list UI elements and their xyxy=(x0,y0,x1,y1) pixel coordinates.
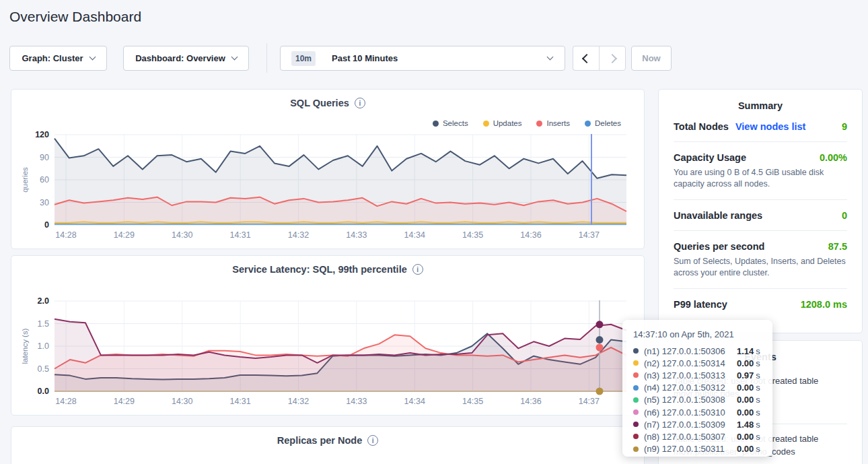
node-color-dot xyxy=(633,372,639,378)
tooltip-node-unit: s xyxy=(756,370,760,380)
svg-text:0: 0 xyxy=(44,220,49,230)
sql-queries-chart[interactable]: 030609012014:2814:2914:3014:3114:3214:33… xyxy=(11,90,645,250)
tooltip-node-address: (n1) 127.0.0.1:50306 xyxy=(644,346,737,356)
tooltip-node-row: (n7) 127.0.0.1:503091.48s xyxy=(633,418,766,430)
dashboard-label: Dashboard: Overview xyxy=(135,53,225,63)
tooltip-node-row: (n9) 127.0.0.1:503110.00s xyxy=(633,443,766,455)
time-range-badge: 10m xyxy=(291,51,316,66)
svg-text:14:28: 14:28 xyxy=(55,397,76,406)
node-color-dot xyxy=(633,422,639,427)
capacity-usage-value: 0.00% xyxy=(820,152,847,163)
node-color-dot xyxy=(633,434,639,439)
dashboard-dropdown[interactable]: Dashboard: Overview xyxy=(123,46,249,71)
capacity-usage-desc: You are using 0 B of 4.5 GiB usable disk… xyxy=(674,167,847,190)
tooltip-node-address: (n2) 127.0.0.1:50314 xyxy=(644,358,737,368)
p99-latency-label: P99 latency xyxy=(674,299,727,310)
svg-text:1.0: 1.0 xyxy=(38,341,49,351)
summary-row-queries-per-second: Queries per second 87.5 Sum of Selects, … xyxy=(674,231,847,289)
svg-text:90: 90 xyxy=(40,153,49,162)
summary-row-unavailable-ranges: Unavailable ranges 0 xyxy=(674,200,847,231)
tooltip-node-row: (n8) 127.0.0.1:503070.00s xyxy=(633,430,766,442)
tooltip-node-address: (n8) 127.0.0.1:50307 xyxy=(644,432,737,442)
tooltip-node-value: 1.14 xyxy=(737,346,754,356)
svg-text:120: 120 xyxy=(35,130,49,139)
chevron-right-icon xyxy=(608,53,617,63)
svg-text:14:35: 14:35 xyxy=(462,230,483,240)
tooltip-node-address: (n9) 127.0.0.1:50311 xyxy=(644,444,737,454)
svg-text:14:31: 14:31 xyxy=(229,397,250,406)
tooltip-node-unit: s xyxy=(756,358,760,368)
tooltip-node-address: (n5) 127.0.0.1:50308 xyxy=(644,395,737,405)
tooltip-node-value: 0.00 xyxy=(737,432,754,442)
svg-text:14:33: 14:33 xyxy=(346,397,367,406)
tooltip-node-row: (n1) 127.0.0.1:503061.14s xyxy=(633,345,766,357)
capacity-usage-label: Capacity Usage xyxy=(674,152,746,163)
now-button[interactable]: Now xyxy=(631,46,672,71)
time-range-label: Past 10 Minutes xyxy=(332,53,398,63)
svg-text:14:32: 14:32 xyxy=(288,230,309,240)
tooltip-node-value: 0.00 xyxy=(737,358,754,368)
svg-text:14:29: 14:29 xyxy=(114,397,135,406)
tooltip-node-row: (n2) 127.0.0.1:503140.00s xyxy=(633,357,766,369)
tooltip-node-row: (n3) 127.0.0.1:503130.97s xyxy=(633,369,766,381)
unavailable-ranges-label: Unavailable ranges xyxy=(674,210,762,221)
tooltip-node-unit: s xyxy=(756,407,760,418)
tooltip-node-value: 1.48 xyxy=(737,420,754,430)
view-nodes-list-link[interactable]: View nodes list xyxy=(735,121,806,132)
tooltip-node-address: (n7) 127.0.0.1:50309 xyxy=(644,420,737,430)
info-icon[interactable]: i xyxy=(367,435,378,446)
tooltip-node-address: (n4) 127.0.0.1:50312 xyxy=(644,383,737,393)
tooltip-node-unit: s xyxy=(756,395,760,405)
svg-text:14:37: 14:37 xyxy=(579,230,600,240)
tooltip-node-value: 0.00 xyxy=(737,383,754,393)
svg-text:60: 60 xyxy=(40,175,49,185)
svg-text:14:30: 14:30 xyxy=(172,397,192,406)
queries-per-second-label: Queries per second xyxy=(674,241,764,252)
tooltip-node-unit: s xyxy=(756,346,760,356)
unavailable-ranges-value: 0 xyxy=(842,210,847,221)
chevron-down-icon xyxy=(231,54,238,61)
svg-text:1.5: 1.5 xyxy=(38,319,49,329)
prev-range-button[interactable] xyxy=(573,46,600,71)
tooltip-node-address: (n3) 127.0.0.1:50313 xyxy=(644,370,737,380)
summary-panel: Summary Total Nodes View nodes list 9 Ca… xyxy=(658,89,863,333)
node-color-dot xyxy=(633,385,639,391)
tooltip-node-row: (n6) 127.0.0.1:503100.00s xyxy=(633,406,766,418)
svg-text:14:37: 14:37 xyxy=(579,397,600,406)
tooltip-node-address: (n6) 127.0.0.1:50310 xyxy=(644,407,737,418)
graph-scope-label: Graph: Cluster xyxy=(22,53,83,63)
svg-text:2.0: 2.0 xyxy=(38,296,49,306)
svg-text:14:31: 14:31 xyxy=(229,230,250,240)
time-range-dropdown[interactable]: 10m Past 10 Minutes xyxy=(280,46,565,71)
graph-scope-dropdown[interactable]: Graph: Cluster xyxy=(9,46,107,71)
next-range-button[interactable] xyxy=(599,46,626,71)
service-latency-chart[interactable]: 0.00.51.01.52.014:2814:2914:3014:3114:32… xyxy=(11,256,645,416)
svg-text:14:33: 14:33 xyxy=(346,230,367,240)
tooltip-timestamp: 14:37:10 on Apr 5th, 2021 xyxy=(633,329,766,339)
svg-text:14:34: 14:34 xyxy=(404,397,425,406)
svg-text:0.5: 0.5 xyxy=(38,364,49,374)
svg-text:14:34: 14:34 xyxy=(404,230,425,240)
tooltip-node-row: (n5) 127.0.0.1:503080.00s xyxy=(633,394,766,406)
p99-latency-value: 1208.0 ms xyxy=(801,299,847,310)
svg-text:14:29: 14:29 xyxy=(114,230,135,240)
sql-queries-card: SQL Queries i SelectsUpdatesInsertsDelet… xyxy=(11,89,645,249)
chart-hover-tooltip: 14:37:10 on Apr 5th, 2021 (n1) 127.0.0.1… xyxy=(622,320,772,457)
svg-text:14:32: 14:32 xyxy=(288,397,309,406)
svg-text:14:36: 14:36 xyxy=(520,397,541,406)
total-nodes-value: 9 xyxy=(842,121,847,132)
replicas-per-node-title: Replicas per Node i xyxy=(11,435,644,446)
node-color-dot xyxy=(633,446,639,452)
svg-text:14:36: 14:36 xyxy=(520,230,541,240)
svg-text:14:28: 14:28 xyxy=(55,230,76,240)
page-title: Overview Dashboard xyxy=(9,9,141,25)
total-nodes-label: Total Nodes xyxy=(674,121,729,132)
summary-row-p99-latency: P99 latency 1208.0 ms xyxy=(674,289,847,319)
summary-row-total-nodes: Total Nodes View nodes list 9 xyxy=(674,111,847,142)
chevron-left-icon xyxy=(581,53,591,63)
node-color-dot xyxy=(633,409,639,415)
tooltip-node-unit: s xyxy=(756,420,760,430)
tooltip-node-unit: s xyxy=(756,383,760,393)
tooltip-node-value: 0.97 xyxy=(737,370,754,380)
service-latency-card: Service Latency: SQL, 99th percentile i … xyxy=(11,255,645,416)
